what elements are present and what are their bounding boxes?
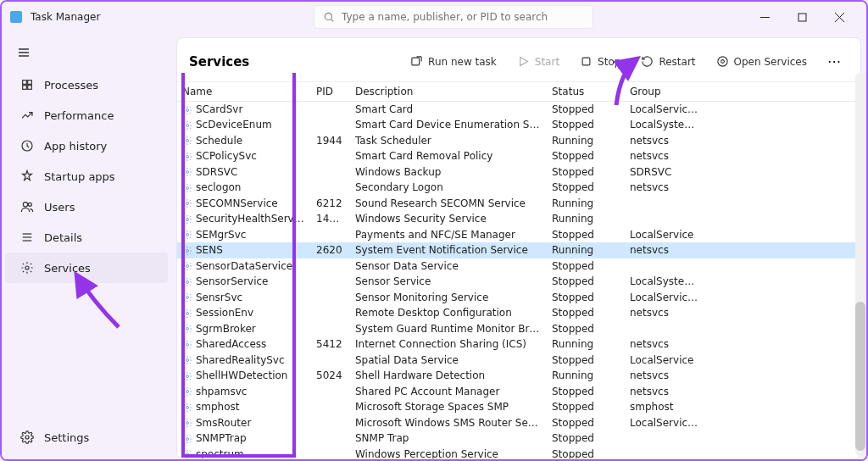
table-row[interactable]: SmsRouterMicrosoft Windows SMS Router Se… xyxy=(177,415,860,431)
table-row[interactable]: SNMPTrapSNMP TrapStopped xyxy=(177,430,860,447)
service-gear-icon xyxy=(182,292,192,303)
table-row[interactable]: SgrmBrokerSystem Guard Runtime Monitor B… xyxy=(177,321,860,337)
cell-name: ShellHWDetection xyxy=(177,368,311,384)
svg-point-19 xyxy=(25,266,29,269)
table-row[interactable]: SensrSvcSensor Monitoring ServiceStopped… xyxy=(177,290,860,306)
table-row[interactable]: ShellHWDetection5024Shell Hardware Detec… xyxy=(177,368,860,384)
close-button[interactable] xyxy=(821,4,858,30)
table-row[interactable]: SharedAccess5412Internet Connection Shar… xyxy=(177,336,860,353)
svg-point-0 xyxy=(325,13,331,19)
cell-pid: 5412 xyxy=(311,336,350,353)
table-row[interactable]: ScDeviceEnumSmart Card Device Enumeratio… xyxy=(177,117,860,133)
cell-name: SecurityHealthService xyxy=(177,211,311,227)
cell-status: Stopped xyxy=(547,180,625,196)
toolbar: Services Run new task Start Stop Restart xyxy=(177,38,860,82)
service-gear-icon xyxy=(182,277,192,287)
cell-name: SCPolicySvc xyxy=(177,148,311,164)
sidebar-item-users[interactable]: Users xyxy=(5,192,168,222)
cell-description: Sensor Data Service xyxy=(350,258,547,275)
table-row[interactable]: SecurityHealthService14824Windows Securi… xyxy=(177,211,860,227)
hamburger-button[interactable] xyxy=(2,39,171,69)
service-gear-icon xyxy=(182,418,192,428)
table-row[interactable]: SEMgrSvcPayments and NFC/SE ManagerStopp… xyxy=(177,227,860,243)
cell-name: SCardSvr xyxy=(177,102,311,118)
svg-point-33 xyxy=(186,186,189,189)
table-row[interactable]: SensorDataServiceSensor Data ServiceStop… xyxy=(177,258,860,275)
service-gear-icon xyxy=(182,355,192,365)
svg-point-43 xyxy=(186,343,189,346)
table-row[interactable]: smphostMicrosoft Storage Spaces SMPStopp… xyxy=(177,399,860,415)
cell-name: shpamsvc xyxy=(177,384,311,400)
table-row[interactable]: Schedule1944Task SchedulerRunningnetsvcs xyxy=(177,133,860,149)
cell-name: SharedRealitySvc xyxy=(177,353,311,369)
search-box[interactable] xyxy=(314,5,593,29)
cell-description: Windows Backup xyxy=(350,164,547,181)
svg-line-1 xyxy=(331,19,334,22)
svg-point-44 xyxy=(186,359,189,362)
table-row[interactable]: SECOMNService6212Sound Research SECOMN S… xyxy=(177,196,860,212)
col-pid[interactable]: PID xyxy=(311,82,350,102)
sidebar-item-settings[interactable]: Settings xyxy=(5,422,168,453)
sidebar-item-label: App history xyxy=(44,140,107,153)
table-row[interactable]: SCPolicySvcSmart Card Removal PolicyStop… xyxy=(177,148,860,164)
svg-point-48 xyxy=(186,422,189,425)
service-gear-icon xyxy=(182,386,192,397)
table-row[interactable]: shpamsvcShared PC Account ManagerStopped… xyxy=(177,384,860,400)
cell-group: netsvcs xyxy=(625,180,706,196)
col-name[interactable]: Name xyxy=(177,82,311,102)
sidebar-item-startup[interactable]: Startup apps xyxy=(5,161,168,192)
sidebar-item-services[interactable]: Services xyxy=(5,253,168,283)
svg-point-31 xyxy=(186,155,189,158)
table-row[interactable]: SensorServiceSensor ServiceStoppedLocalS… xyxy=(177,274,860,290)
cell-status: Running xyxy=(547,242,625,258)
sidebar-item-history[interactable]: App history xyxy=(5,131,168,161)
table-row[interactable]: SCardSvrSmart CardStoppedLocalService... xyxy=(177,102,860,118)
more-button[interactable]: ⋯ xyxy=(821,50,849,73)
cell-description: Smart Card xyxy=(350,102,547,118)
service-gear-icon xyxy=(182,214,192,225)
run-new-task-button[interactable]: Run new task xyxy=(403,52,504,71)
cell-group: LocalService... xyxy=(625,415,706,431)
sidebar-item-processes[interactable]: Processes xyxy=(5,69,168,100)
app-icon xyxy=(10,11,22,23)
cell-description: Task Scheduler xyxy=(350,133,547,149)
start-button[interactable]: Start xyxy=(510,52,566,71)
cell-description: Payments and NFC/SE Manager xyxy=(350,227,547,243)
col-group[interactable]: Group xyxy=(625,82,706,102)
maximize-button[interactable] xyxy=(783,4,821,30)
table-row[interactable]: SessionEnvRemote Desktop ConfigurationSt… xyxy=(177,305,860,321)
table-row[interactable]: seclogonSecondary LogonStoppednetsvcs xyxy=(177,180,860,196)
open-services-button[interactable]: Open Services xyxy=(709,52,814,71)
titlebar: Task Manager xyxy=(2,2,866,32)
sidebar-item-performance[interactable]: Performance xyxy=(5,100,168,131)
search-input[interactable] xyxy=(342,11,584,23)
sidebar-item-details[interactable]: Details xyxy=(5,222,168,253)
sidebar: ProcessesPerformanceApp historyStartup a… xyxy=(2,32,171,459)
services-table-wrap[interactable]: Name PID Description Status Group SCardS… xyxy=(177,82,860,458)
scrollbar-thumb[interactable] xyxy=(855,302,865,451)
sidebar-item-label: Settings xyxy=(44,431,89,444)
col-status[interactable]: Status xyxy=(547,82,625,102)
col-description[interactable]: Description xyxy=(350,82,547,102)
table-row[interactable]: spectrumWindows Perception ServiceStoppe… xyxy=(177,447,860,459)
cell-status: Stopped xyxy=(547,384,625,400)
cell-description: Shell Hardware Detection xyxy=(350,368,547,384)
cell-group: netsvcs xyxy=(625,148,706,164)
cell-description: System Event Notification Service xyxy=(350,242,547,258)
history-icon xyxy=(20,139,34,153)
service-gear-icon xyxy=(182,152,192,162)
table-row[interactable]: SENS2620System Event Notification Servic… xyxy=(177,242,860,258)
cell-status: Stopped xyxy=(547,274,625,290)
cell-pid: 14824 xyxy=(311,211,350,227)
startup-icon xyxy=(20,169,34,183)
restart-button[interactable]: Restart xyxy=(634,52,702,71)
table-row[interactable]: SharedRealitySvcSpatial Data ServiceStop… xyxy=(177,353,860,369)
cell-group: netsvcs xyxy=(625,305,706,321)
minimize-button[interactable] xyxy=(746,4,783,30)
service-gear-icon xyxy=(182,371,192,381)
table-row[interactable]: SDRSVCWindows BackupStoppedSDRSVC xyxy=(177,164,860,181)
svg-point-39 xyxy=(186,280,189,283)
stop-button[interactable]: Stop xyxy=(573,52,627,71)
cell-group: smphost xyxy=(625,399,706,415)
cell-status: Stopped xyxy=(547,164,625,181)
